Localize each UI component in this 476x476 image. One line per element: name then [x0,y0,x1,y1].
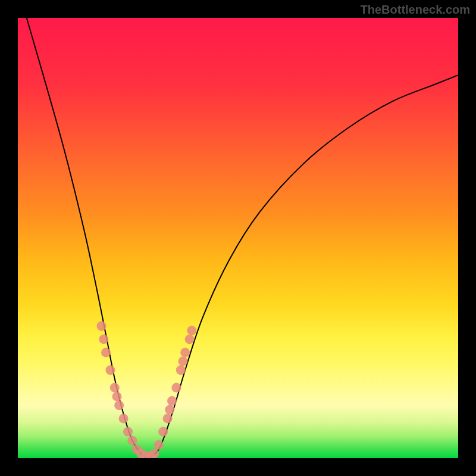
right-curve [146,75,458,458]
data-point [127,436,137,445]
plot-area [18,18,458,458]
data-point [158,427,168,437]
chart-container: TheBottleneck.com [0,0,476,476]
data-point [167,396,177,406]
data-point [123,427,133,437]
data-point [105,365,115,375]
data-point [101,347,111,357]
data-point [99,334,108,344]
data-point [171,383,181,393]
data-point [97,321,107,331]
data-point [112,392,122,401]
data-point [119,414,129,423]
data-point [185,334,195,344]
data-point [165,405,174,415]
data-point [178,356,188,366]
data-point [154,440,164,450]
data-point [114,400,124,410]
data-point [110,383,120,393]
left-curve [27,18,146,458]
data-point [176,365,186,375]
data-point [163,414,173,423]
data-point [180,347,190,357]
watermark: TheBottleneck.com [361,3,470,17]
curves-overlay [18,18,458,458]
data-point [149,449,159,458]
data-point [187,325,196,335]
